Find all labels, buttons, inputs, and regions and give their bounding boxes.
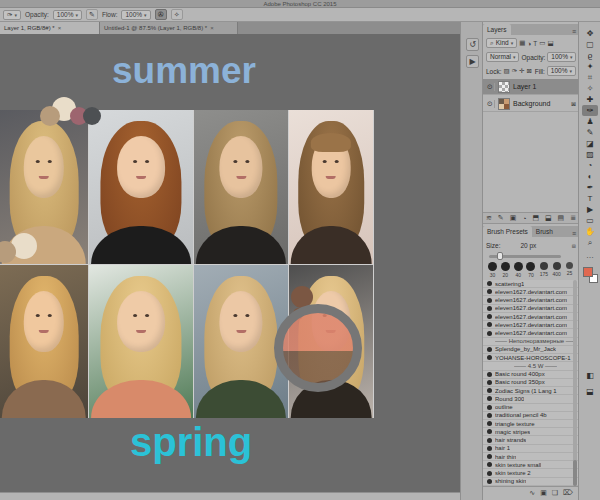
brush-list-item[interactable]: Basic round 350px [483, 379, 579, 387]
channels-panel-icon[interactable]: ▤ [558, 214, 565, 222]
brush-list-item[interactable]: Round 300 [483, 395, 579, 403]
tool-zoom[interactable]: ⌕ [582, 237, 598, 248]
opacity-dropdown[interactable]: 100% ▾ [53, 10, 82, 20]
tool-quick-selection[interactable]: ✦ [582, 61, 598, 72]
tool-lasso[interactable]: ϱ [582, 50, 598, 61]
layer-filter-kind-dropdown[interactable]: ⌕ Kind ▾ [486, 38, 517, 48]
stroke-preview-icon[interactable]: ∿ [529, 489, 535, 497]
tab-brush[interactable]: Brush [532, 226, 557, 237]
foreground-color-swatch[interactable] [583, 267, 593, 277]
clone-source-panel-icon[interactable]: ▣ [510, 214, 517, 222]
tab-layers[interactable]: Layers [483, 24, 511, 35]
paths-panel-icon[interactable]: ≣ [570, 214, 576, 222]
brush-list-item[interactable]: eleven1627.deviantart.com [483, 329, 579, 337]
styles-panel-icon[interactable]: ⬓ [545, 214, 552, 222]
tool-marquee[interactable]: ▢ [582, 39, 598, 50]
tool-eyedropper[interactable]: ✧ [582, 83, 598, 94]
tool-history-brush[interactable]: ✎ [582, 127, 598, 138]
brush-list-item[interactable]: eleven1627.deviantart.com [483, 321, 579, 329]
link-panel-icon[interactable]: ≋ [486, 214, 492, 222]
brush-list-item[interactable]: eleven1627.deviantart.com [483, 288, 579, 296]
screen-mode-icon[interactable]: ⬓ [582, 386, 598, 397]
brush-preset[interactable]: 40 [513, 262, 524, 278]
lock-transparency-icon[interactable]: ▨ [504, 67, 510, 75]
brush-preset[interactable]: 400 [551, 262, 562, 278]
document-tab-inactive[interactable]: Untitled-1 @ 87.5% (Layer 1, RGB/8) * × [100, 22, 238, 34]
brush-preset[interactable]: 70 [525, 262, 536, 278]
brush-list-item[interactable]: outline [483, 404, 579, 412]
filter-pixel-icon[interactable]: ▦ [519, 39, 525, 47]
brush-list-item[interactable]: eleven1627.deviantart.com [483, 296, 579, 304]
close-icon[interactable]: × [210, 22, 214, 34]
document-tab-active[interactable]: Layer 1, RGB/8#) * × [0, 22, 100, 34]
tool-preset-picker[interactable]: ✑ ▾ [3, 10, 21, 20]
brush-list-separator[interactable]: —— 4.5 W —— [483, 362, 579, 370]
brush-list-item[interactable]: Splendge_by_Mr_Jack [483, 346, 579, 354]
airbrush-toggle-icon[interactable]: ✇ [155, 9, 167, 20]
brush-list-item[interactable]: skin texture small [483, 461, 579, 469]
lock-all-icon[interactable]: ⊠ [527, 67, 532, 75]
swatches-panel-icon[interactable]: ⬒ [532, 214, 539, 222]
tool-type[interactable]: T [582, 193, 598, 204]
brush-list-item[interactable]: hair 1 [483, 445, 579, 453]
smoothing-icon[interactable]: ✧ [171, 9, 183, 20]
filter-adjustment-icon[interactable]: ◑ [527, 40, 531, 47]
layer-opacity-dropdown[interactable]: 100% ▾ [547, 52, 576, 62]
brush-preset[interactable]: 20 [500, 262, 511, 278]
brush-preset[interactable]: 30 [487, 262, 498, 278]
brush-list-item[interactable]: hair strands [483, 436, 579, 444]
brush-list-item[interactable]: traditional pencil 4b [483, 412, 579, 420]
brush-panel-icon[interactable]: ✎ [498, 214, 504, 222]
visibility-eye-icon[interactable]: ⊙ [486, 83, 495, 91]
tool-move[interactable]: ✥ [582, 28, 598, 39]
tool-brush[interactable]: ✑ [582, 105, 598, 116]
brush-list-item[interactable]: Basic round 400px [483, 371, 579, 379]
size-slider-thumb[interactable] [497, 252, 503, 260]
quick-mask-icon[interactable]: ◧ [582, 370, 598, 381]
tool-blur[interactable]: ◔ [582, 160, 598, 171]
pressure-opacity-icon[interactable]: ✎ [86, 9, 98, 20]
flow-dropdown[interactable]: 100% ▾ [121, 10, 150, 20]
tool-dodge[interactable]: ◐ [582, 171, 598, 182]
canvas[interactable]: summer [0, 34, 460, 492]
layer-row-layer1[interactable]: ⊙ Layer 1 [483, 79, 579, 95]
brush-preset[interactable]: 175 [538, 262, 549, 278]
history-panel-icon[interactable]: ↺ [466, 38, 479, 51]
preset-manager-icon[interactable]: ▣ [540, 489, 547, 497]
lock-pixels-icon[interactable]: ✑ [512, 67, 517, 75]
brush-preset[interactable]: 25 [564, 262, 575, 278]
tool-hand[interactable]: ✋ [582, 226, 598, 237]
visibility-eye-icon[interactable]: ⊙ [486, 100, 495, 108]
filter-type-icon[interactable]: T [533, 40, 537, 47]
brush-list-item[interactable]: eleven1627.deviantart.com [483, 305, 579, 313]
lock-position-icon[interactable]: ✛ [519, 67, 524, 75]
brush-list-item[interactable]: magic stripes [483, 428, 579, 436]
color-panel-icon[interactable]: ◔ [522, 215, 526, 222]
actions-panel-icon[interactable]: ▶ [466, 55, 479, 68]
brush-list-item[interactable]: eleven1627.deviantart.com [483, 313, 579, 321]
brush-list-item[interactable]: hair thin [483, 453, 579, 461]
tool-shape[interactable]: ▭ [582, 215, 598, 226]
layer-row-background[interactable]: ⊙ Background ⊠ [483, 96, 579, 112]
brush-list-item[interactable]: shining skin [483, 478, 579, 486]
brush-list-scrollbar[interactable] [573, 280, 577, 486]
layer-name[interactable]: Layer 1 [513, 83, 536, 90]
close-icon[interactable]: × [58, 22, 62, 34]
tool-path-selection[interactable]: ▶ [582, 204, 598, 215]
tool-gradient[interactable]: ▨ [582, 149, 598, 160]
blend-mode-dropdown[interactable]: Normal ▾ [486, 52, 519, 62]
size-slider[interactable] [489, 255, 561, 258]
layer-thumbnail[interactable] [498, 98, 510, 110]
tool-healing-brush[interactable]: ✚ [582, 94, 598, 105]
layer-name[interactable]: Background [513, 100, 550, 107]
filter-shape-icon[interactable]: ▭ [539, 39, 545, 47]
brush-list-item[interactable]: triangle texture [483, 420, 579, 428]
stroke-preview-toggle-icon[interactable]: ⧈ [572, 242, 576, 250]
layer-thumbnail[interactable] [498, 81, 510, 93]
tool-crop[interactable]: ⌗ [582, 72, 598, 83]
new-brush-icon[interactable]: ❏ [552, 489, 558, 497]
brush-list-item[interactable]: skin texture 2 [483, 469, 579, 477]
tool-pen[interactable]: ✒ [582, 182, 598, 193]
delete-brush-icon[interactable]: ⌦ [563, 489, 573, 497]
brush-list-item[interactable]: YOHANSE-HOROSCOPE-1 [483, 354, 579, 362]
